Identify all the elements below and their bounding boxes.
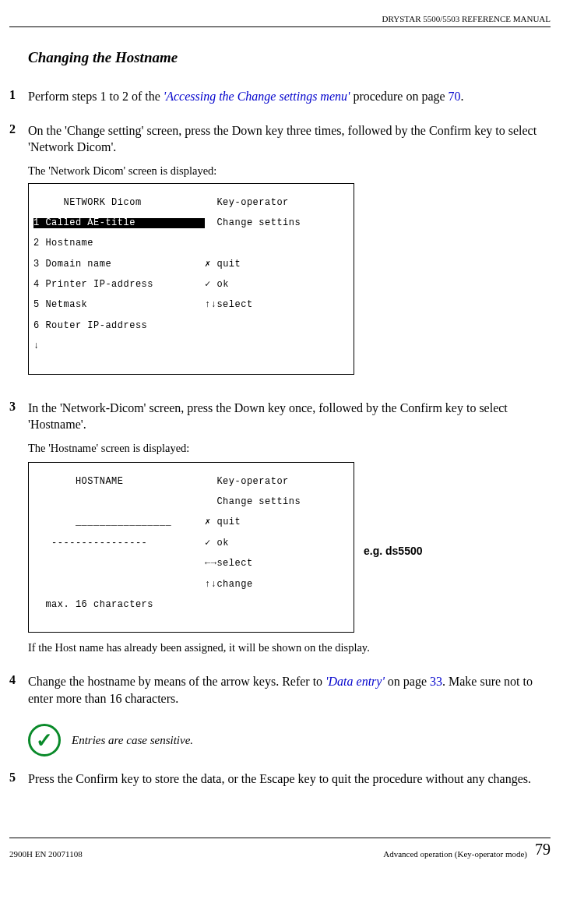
- step-number: 5: [9, 771, 28, 788]
- step-2: 2 On the 'Change setting' screen, press …: [9, 122, 551, 383]
- lcd-hint: ↑↓change: [205, 580, 349, 590]
- text: .: [461, 90, 464, 103]
- lcd-mode: Key-operator: [205, 477, 349, 487]
- page-number: 79: [535, 841, 551, 859]
- text: Change the hostname by means of the arro…: [28, 675, 325, 688]
- link-accessing-change-settings[interactable]: 'Accessing the Change settings menu': [164, 90, 350, 103]
- lcd-blank: [33, 497, 205, 507]
- lcd-network-dicom: NETWORK Dicom Key-operator 1 Called AE-t…: [28, 183, 354, 374]
- step-body: Change the hostname by means of the arro…: [28, 673, 551, 707]
- step-number: 4: [9, 673, 28, 707]
- lcd-mode: Key-operator: [205, 198, 349, 208]
- page-ref[interactable]: 33: [430, 675, 442, 688]
- lcd-item: 4 Printer IP-address: [33, 280, 205, 290]
- lcd-blank: [33, 580, 205, 590]
- note-block: ✓ Entries are case sensitive.: [28, 724, 551, 756]
- lcd-title: HOSTNAME: [33, 477, 205, 487]
- step-body: Perform steps 1 to 2 of the 'Accessing t…: [28, 88, 551, 105]
- lcd-underline: ----------------: [33, 538, 205, 548]
- lcd-text: Change settins: [205, 218, 349, 228]
- lcd-hint: ✓ ok: [205, 280, 349, 290]
- lcd-hostname: HOSTNAME Key-operator Change settins ___…: [28, 462, 354, 633]
- note-text: Entries are case sensitive.: [72, 734, 193, 747]
- lcd-hint: ✗ quit: [205, 517, 349, 527]
- text: On the 'Change setting' screen, press th…: [28, 122, 551, 156]
- lcd-text: [205, 321, 349, 331]
- lcd-hint: ✗ quit: [205, 259, 349, 270]
- lcd-item: 5 Netmask: [33, 300, 205, 310]
- lcd-item: 3 Domain name: [33, 259, 205, 270]
- step-body: On the 'Change setting' screen, press th…: [28, 122, 551, 383]
- step-body: Press the Confirm key to store the data,…: [28, 771, 551, 788]
- lcd-item-selected: 1 Called AE-title: [33, 218, 205, 228]
- lcd-item: 2 Hostname: [33, 238, 205, 249]
- text: Perform steps 1 to 2 of the: [28, 90, 164, 103]
- checkmark-icon: ✓: [28, 724, 61, 756]
- text: In the 'Network-Dicom' screen, press the…: [28, 400, 551, 433]
- text: Press the Confirm key to store the data,…: [28, 772, 531, 785]
- step-number: 2: [9, 122, 28, 383]
- lcd-hint: ←→select: [205, 559, 349, 569]
- example-annotation: e.g. ds5500: [364, 544, 423, 559]
- lcd-blank: [33, 559, 205, 569]
- footer-right: Advanced operation (Key-operator mode): [383, 849, 527, 859]
- lcd-title: NETWORK Dicom: [33, 198, 205, 208]
- lcd-hint: ✓ ok: [205, 538, 349, 548]
- footer-left: 2900H EN 20071108: [9, 849, 83, 859]
- page-ref[interactable]: 70: [449, 90, 461, 103]
- lcd-max: max. 16 characters: [33, 600, 205, 610]
- lcd-text: [205, 238, 349, 249]
- step-5: 5 Press the Confirm key to store the dat…: [9, 771, 551, 788]
- after-text: If the Host name has already been assign…: [28, 640, 551, 656]
- text: procedure on page: [350, 90, 448, 103]
- step-body: In the 'Network-Dicom' screen, press the…: [28, 400, 551, 656]
- text: on page: [385, 675, 430, 688]
- link-data-entry[interactable]: 'Data entry': [325, 675, 385, 688]
- step-number: 1: [9, 88, 28, 105]
- page-header: DRYSTAR 5500/5503 REFERENCE MANUAL: [9, 14, 551, 27]
- lcd-hint: ↑↓select: [205, 300, 349, 310]
- page-footer: 2900H EN 20071108 Advanced operation (Ke…: [9, 838, 551, 859]
- sub-text: The 'Hostname' screen is displayed:: [28, 441, 551, 457]
- step-number: 3: [9, 400, 28, 656]
- lcd-item: 6 Router IP-address: [33, 321, 205, 331]
- step-1: 1 Perform steps 1 to 2 of the 'Accessing…: [9, 88, 551, 105]
- lcd-arrow: ↓: [33, 341, 205, 351]
- lcd-text: Change settins: [205, 497, 349, 507]
- lcd-field: ________________: [33, 517, 205, 527]
- sub-text: The 'Network Dicom' screen is displayed:: [28, 164, 551, 179]
- section-title: Changing the Hostname: [28, 49, 551, 66]
- step-3: 3 In the 'Network-Dicom' screen, press t…: [9, 400, 551, 656]
- step-4: 4 Change the hostname by means of the ar…: [9, 673, 551, 707]
